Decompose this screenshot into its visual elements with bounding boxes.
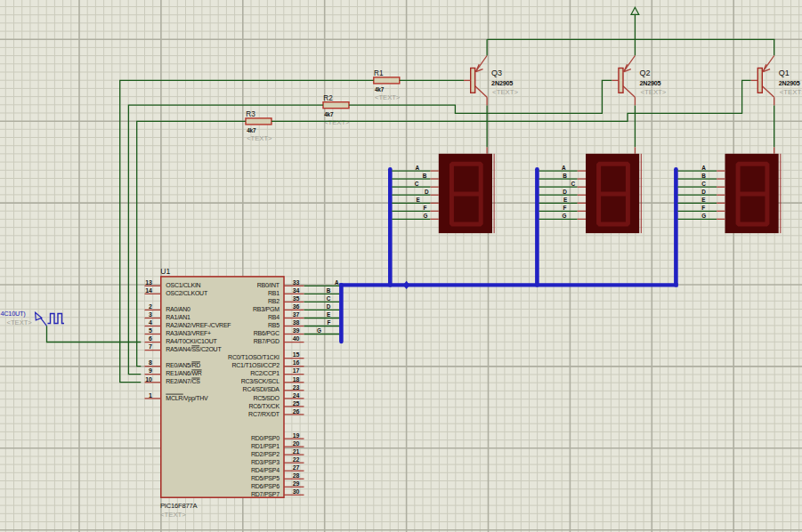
svg-text:40: 40: [293, 335, 300, 342]
svg-text:B: B: [563, 173, 567, 179]
svg-text:D: D: [701, 189, 706, 195]
svg-text:38: 38: [293, 319, 300, 326]
svg-text:C: C: [327, 295, 331, 302]
svg-text:C: C: [415, 181, 419, 187]
svg-text:18: 18: [293, 376, 300, 383]
svg-text:30: 30: [293, 488, 300, 495]
svg-text:16: 16: [293, 359, 300, 366]
svg-text:37: 37: [293, 311, 300, 318]
svg-text:33: 33: [293, 279, 300, 286]
svg-text:MCLR/Vpp/THV: MCLR/Vpp/THV: [166, 395, 208, 402]
svg-text:RC0/T1OSO/T1CKI: RC0/T1OSO/T1CKI: [228, 354, 279, 360]
svg-text:<TEXT>: <TEXT>: [160, 511, 186, 519]
svg-text:F: F: [701, 205, 705, 211]
svg-text:RC3/SCK/SCL: RC3/SCK/SCL: [241, 378, 280, 384]
svg-text:RC4/SDI/SDA: RC4/SDI/SDA: [243, 386, 280, 392]
svg-text:RA1/AN1: RA1/AN1: [166, 314, 190, 320]
svg-text:RA4/T0CKI/C1OUT: RA4/T0CKI/C1OUT: [166, 338, 217, 344]
svg-text:U1: U1: [160, 267, 170, 276]
svg-text:RC1/T1OSI/CCP2: RC1/T1OSI/CCP2: [232, 362, 280, 368]
svg-text:14: 14: [145, 287, 152, 294]
svg-text:2: 2: [149, 303, 152, 310]
svg-text:B: B: [327, 287, 331, 294]
svg-text:R3: R3: [246, 110, 255, 118]
svg-text:<TEXT>: <TEXT>: [640, 88, 666, 96]
svg-text:4k7: 4k7: [247, 127, 256, 133]
svg-text:RB2: RB2: [268, 298, 279, 304]
svg-text:RB4: RB4: [268, 314, 279, 320]
svg-text:G: G: [701, 213, 706, 219]
svg-text:RD5/PSP5: RD5/PSP5: [251, 475, 279, 481]
svg-text:RD7/PSP7: RD7/PSP7: [251, 491, 279, 497]
svg-text:8: 8: [149, 359, 152, 366]
svg-text:A: A: [701, 165, 706, 171]
svg-text:5: 5: [149, 327, 152, 334]
svg-text:3: 3: [149, 311, 152, 318]
svg-text:F: F: [563, 205, 567, 211]
svg-text:RB1: RB1: [268, 290, 279, 296]
svg-text:<TEXT>: <TEXT>: [492, 88, 518, 96]
svg-text:E: E: [563, 197, 568, 203]
svg-text:RA3/AN3/VREF+: RA3/AN3/VREF+: [166, 330, 211, 336]
svg-text:A: A: [416, 165, 420, 171]
svg-text:D: D: [425, 189, 429, 195]
svg-text:27: 27: [293, 464, 300, 471]
svg-text:<TEXT>: <TEXT>: [7, 318, 33, 326]
svg-text:RE0/AN5/RD: RE0/AN5/RD: [166, 362, 200, 368]
svg-text:E: E: [416, 197, 420, 203]
svg-text:19: 19: [293, 432, 300, 439]
svg-text:RC2/CCP1: RC2/CCP1: [250, 370, 279, 376]
svg-text:13: 13: [145, 279, 152, 286]
svg-text:28: 28: [293, 472, 300, 479]
svg-text:7: 7: [149, 343, 152, 350]
svg-text:RD3/PSP3: RD3/PSP3: [251, 459, 279, 465]
svg-text:39: 39: [293, 327, 300, 334]
svg-text:C: C: [571, 181, 576, 187]
svg-text:6: 6: [149, 335, 152, 342]
svg-text:22: 22: [293, 456, 300, 463]
svg-text:Q2: Q2: [639, 69, 650, 77]
svg-text:35: 35: [293, 295, 300, 302]
svg-text:RD4/PSP4: RD4/PSP4: [251, 467, 279, 473]
svg-text:RD6/PSP6: RD6/PSP6: [251, 483, 279, 489]
svg-text:2N2905: 2N2905: [779, 79, 800, 87]
svg-text:4k7: 4k7: [375, 86, 385, 93]
svg-text:9: 9: [149, 367, 152, 374]
svg-text:G: G: [423, 213, 427, 219]
svg-text:RC6/TX/CK: RC6/TX/CK: [248, 403, 279, 409]
svg-text:RB7/PGD: RB7/PGD: [254, 338, 279, 344]
svg-text:<TEXT>: <TEXT>: [780, 88, 802, 96]
svg-text:RC5/SDO: RC5/SDO: [253, 395, 279, 401]
svg-text:A: A: [562, 165, 566, 171]
svg-text:29: 29: [293, 480, 300, 487]
svg-text:24: 24: [293, 392, 300, 399]
svg-text:PIC16F877A: PIC16F877A: [160, 502, 198, 510]
svg-text:RA5/AN4/SS/C2OUT: RA5/AN4/SS/C2OUT: [166, 346, 222, 352]
svg-text:25: 25: [293, 400, 300, 407]
svg-text:RD0/PSP0: RD0/PSP0: [251, 435, 279, 441]
svg-text:26: 26: [293, 408, 300, 415]
svg-text:RE1/AN6/WR: RE1/AN6/WR: [166, 370, 201, 376]
svg-text:4: 4: [149, 319, 152, 326]
svg-text:Q3: Q3: [491, 69, 502, 77]
svg-text:B: B: [423, 173, 427, 179]
svg-text:R1: R1: [374, 69, 384, 77]
svg-text:17: 17: [293, 367, 300, 374]
svg-text:<TEXT>: <TEXT>: [247, 134, 272, 142]
svg-text:R2: R2: [323, 94, 333, 102]
svg-text:36: 36: [293, 303, 300, 310]
svg-text:D: D: [563, 189, 567, 195]
svg-text:4k7: 4k7: [324, 111, 334, 117]
svg-text:RB5: RB5: [268, 322, 279, 328]
svg-text:F: F: [327, 319, 330, 326]
svg-text:RB0/INT: RB0/INT: [257, 282, 280, 288]
svg-text:Q1: Q1: [779, 69, 790, 77]
svg-text:2N2905: 2N2905: [639, 79, 660, 87]
svg-text:23: 23: [293, 384, 300, 391]
svg-text:4C10UT): 4C10UT): [1, 310, 26, 318]
svg-text:RA0/AN0: RA0/AN0: [166, 306, 190, 312]
svg-text:A: A: [335, 279, 339, 286]
svg-text:RD1/PSP1: RD1/PSP1: [251, 443, 279, 449]
svg-text:<TEXT>: <TEXT>: [324, 118, 350, 126]
svg-text:RC7/RX/DT: RC7/RX/DT: [248, 411, 280, 417]
